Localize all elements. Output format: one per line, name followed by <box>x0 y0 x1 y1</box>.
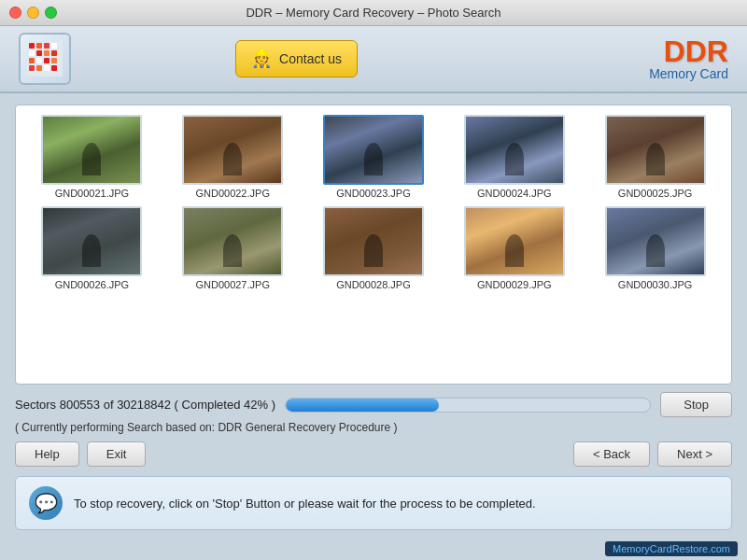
window-title: DDR – Memory Card Recovery – Photo Searc… <box>246 6 500 20</box>
photo-thumbnail <box>323 115 424 185</box>
ddr-logo: DDR Memory Card <box>649 36 728 81</box>
photo-label: GND00021.JPG <box>55 188 129 199</box>
photo-label: GND00026.JPG <box>55 279 129 290</box>
back-button[interactable]: < Back <box>573 441 650 467</box>
ddr-title: DDR <box>649 36 728 66</box>
progress-area: Sectors 800553 of 30218842 ( Completed 4… <box>15 392 732 417</box>
list-item[interactable]: GND00022.JPG <box>166 115 300 199</box>
photo-thumbnail <box>605 206 706 276</box>
list-item[interactable]: GND00027.JPG <box>166 206 300 290</box>
info-icon: 💬 <box>29 486 63 520</box>
progress-text: Sectors 800553 of 30218842 ( Completed 4… <box>15 398 275 412</box>
list-item[interactable]: GND00025.JPG <box>588 115 722 199</box>
exit-button[interactable]: Exit <box>87 441 147 467</box>
photo-grid: GND00021.JPGGND00022.JPGGND00023.JPGGND0… <box>25 115 722 290</box>
watermark: MemoryCardRestore.com <box>605 541 738 556</box>
close-button[interactable] <box>9 7 21 19</box>
photo-thumbnail <box>323 206 424 276</box>
window-controls <box>9 7 57 19</box>
svg-rect-10 <box>36 58 42 63</box>
next-button[interactable]: Next > <box>657 441 732 467</box>
photo-label: GND00024.JPG <box>477 188 551 199</box>
svg-rect-8 <box>51 50 57 56</box>
title-bar: DDR – Memory Card Recovery – Photo Searc… <box>0 0 747 26</box>
photo-label: GND00025.JPG <box>618 188 692 199</box>
info-box: 💬 To stop recovery, click on 'Stop' Butt… <box>15 476 732 530</box>
photo-label: GND00029.JPG <box>477 279 551 290</box>
svg-rect-12 <box>51 58 57 63</box>
list-item[interactable]: GND00028.JPG <box>307 206 441 290</box>
minimize-button[interactable] <box>27 7 39 19</box>
svg-rect-5 <box>29 50 35 56</box>
svg-rect-1 <box>29 43 35 49</box>
list-item[interactable]: GND00021.JPG <box>25 115 159 199</box>
photo-thumbnail <box>41 115 142 185</box>
info-text: To stop recovery, click on 'Stop' Button… <box>74 497 536 511</box>
progress-fill <box>286 399 439 412</box>
photo-label: GND00022.JPG <box>195 188 269 199</box>
maximize-button[interactable] <box>45 7 57 19</box>
app-logo <box>19 33 71 85</box>
svg-rect-15 <box>44 65 49 71</box>
svg-rect-3 <box>44 43 49 49</box>
photo-grid-container[interactable]: GND00021.JPGGND00022.JPGGND00023.JPGGND0… <box>15 105 732 385</box>
contact-icon: 👷 <box>251 49 272 69</box>
svg-rect-11 <box>44 58 49 63</box>
photo-thumbnail <box>41 206 142 276</box>
svg-rect-4 <box>51 43 57 49</box>
list-item[interactable]: GND00023.JPG <box>307 115 441 199</box>
photo-label: GND00023.JPG <box>336 188 410 199</box>
main-content: GND00021.JPGGND00022.JPGGND00023.JPGGND0… <box>0 93 747 538</box>
contact-label: Contact us <box>279 51 342 66</box>
stop-button[interactable]: Stop <box>660 392 732 417</box>
photo-label: GND00027.JPG <box>195 279 269 290</box>
svg-rect-7 <box>44 50 49 56</box>
watermark-text: MemoryCardRestore.com <box>613 543 730 554</box>
photo-thumbnail <box>464 206 565 276</box>
svg-rect-6 <box>36 50 42 56</box>
svg-rect-2 <box>36 43 42 49</box>
progress-bar <box>285 398 651 413</box>
photo-thumbnail <box>182 206 283 276</box>
ddr-subtitle: Memory Card <box>649 66 728 81</box>
list-item[interactable]: GND00029.JPG <box>447 206 581 290</box>
search-info: ( Currently performing Search based on: … <box>15 421 732 434</box>
photo-label: GND00028.JPG <box>336 279 410 290</box>
list-item[interactable]: GND00024.JPG <box>447 115 581 199</box>
list-item[interactable]: GND00026.JPG <box>25 206 159 290</box>
app-header: 👷 Contact us DDR Memory Card <box>0 26 747 93</box>
logo-icon <box>27 41 63 77</box>
photo-thumbnail <box>464 115 565 185</box>
list-item[interactable]: GND00030.JPG <box>588 206 722 290</box>
photo-thumbnail <box>182 115 283 185</box>
photo-label: GND00030.JPG <box>618 279 692 290</box>
svg-rect-9 <box>29 58 35 63</box>
contact-button[interactable]: 👷 Contact us <box>235 40 358 77</box>
svg-rect-16 <box>51 65 57 71</box>
svg-rect-13 <box>29 65 35 71</box>
help-button[interactable]: Help <box>15 441 79 467</box>
photo-thumbnail <box>605 115 706 185</box>
nav-buttons: Help Exit < Back Next > <box>15 441 732 467</box>
svg-rect-14 <box>36 65 42 71</box>
